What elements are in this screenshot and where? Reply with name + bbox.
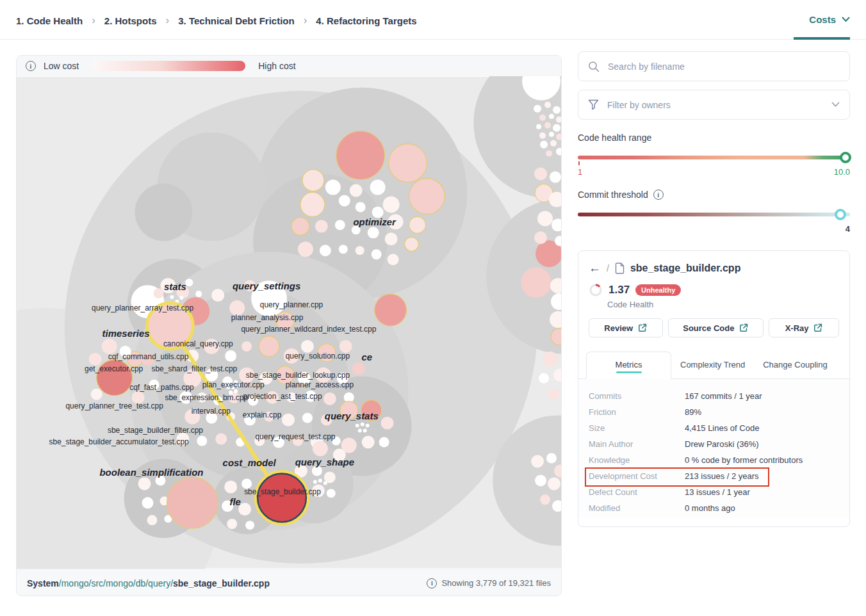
breadcrumb-step-4[interactable]: 4. Refactoring Targets xyxy=(316,15,416,26)
info-icon[interactable]: i xyxy=(26,61,36,71)
file-bubble xyxy=(534,231,547,244)
file-bubble xyxy=(535,474,546,486)
commit-threshold-slider-handle[interactable] xyxy=(835,209,846,220)
breadcrumb-step-2[interactable]: 2. Hotspots xyxy=(104,15,157,26)
file-label: planner_access.cpp xyxy=(286,380,354,389)
file-bubble xyxy=(91,389,102,400)
file-bubble xyxy=(409,216,426,233)
metric-label: Friction xyxy=(589,407,685,417)
search-placeholder: Search by filename xyxy=(608,61,840,72)
file-bubble xyxy=(302,170,324,191)
metric-label: Main Author xyxy=(589,439,685,449)
file-bubble xyxy=(318,478,322,482)
file-bubble xyxy=(358,429,362,433)
file-bubble xyxy=(546,453,557,464)
file-bubble xyxy=(336,131,385,180)
file-bubble xyxy=(405,237,419,251)
file-bubble xyxy=(534,168,547,181)
group-label: boolean_simplification xyxy=(99,467,203,478)
file-bubble xyxy=(388,254,399,265)
file-bubble xyxy=(211,289,224,302)
costs-active-underline xyxy=(794,37,850,40)
commit-threshold-control: Commit threshold i 4 xyxy=(578,190,850,234)
commit-threshold-slider-track[interactable] xyxy=(578,213,850,216)
group-label: stats xyxy=(164,281,186,292)
file-bubble xyxy=(540,494,550,505)
path-system-link[interactable]: System xyxy=(27,578,59,588)
search-filename-input[interactable]: Search by filename xyxy=(578,51,850,81)
info-icon[interactable]: i xyxy=(653,190,664,200)
file-bubble xyxy=(544,122,551,129)
file-label: query_planner_tree_test.cpp xyxy=(65,401,163,410)
tab-complexity-trend[interactable]: Complexity Trend xyxy=(671,352,754,378)
metric-value: Drew Paroski (36%) xyxy=(685,439,759,449)
files-shown-status: i Showing 3,779 of 19,321 files xyxy=(427,578,551,588)
file-icon xyxy=(615,263,625,274)
file-label: get_executor.cpp xyxy=(85,364,143,373)
file-label: sbe_stage_builder_accumulator_test.cpp xyxy=(49,437,189,446)
file-bubble xyxy=(327,489,336,498)
file-bubble xyxy=(225,350,236,362)
cost-legend: i Low cost High cost xyxy=(17,56,561,76)
file-bubble xyxy=(197,436,207,446)
file-bubble xyxy=(409,179,445,215)
files-shown-text: Showing 3,779 of 19,321 files xyxy=(441,578,551,588)
tab-metrics[interactable]: Metrics xyxy=(586,352,671,379)
costs-dropdown[interactable]: Costs xyxy=(809,14,850,25)
file-bubble xyxy=(215,434,227,445)
code-health-slider-handle[interactable] xyxy=(840,152,851,163)
file-bubble xyxy=(362,436,375,449)
file-bubble xyxy=(534,105,541,113)
group-label: timeseries xyxy=(102,328,150,339)
file-bubble xyxy=(170,295,174,299)
review-button[interactable]: Review xyxy=(589,318,663,337)
file-bubble xyxy=(339,245,348,254)
metric-row-size: Size4,415 Lines of Code xyxy=(581,420,847,436)
metric-value: 167 commits / 1 year xyxy=(685,391,762,401)
funnel-icon xyxy=(588,99,599,110)
file-bubble xyxy=(381,417,394,430)
file-bubble xyxy=(259,336,279,357)
file-label: plan_executor.cpp xyxy=(202,380,265,389)
controls-sidebar: Search by filename Filter by owners Code… xyxy=(578,51,850,527)
code-health-slider-track[interactable] xyxy=(578,156,850,159)
file-bubble xyxy=(385,232,398,245)
breadcrumb-step-3[interactable]: 3. Technical Debt Friction xyxy=(178,15,294,26)
search-icon xyxy=(588,61,600,72)
unhealthy-badge: Unhealthy xyxy=(635,284,681,296)
metric-row-defect-count: Defect Count13 issues / 1 year xyxy=(581,484,847,500)
file-bubble xyxy=(325,180,341,195)
code-health-range-control: Code health range 1 10.0 xyxy=(578,133,850,177)
selected-file-path[interactable]: System/mongo/src/mongo/db/query/sbe_stag… xyxy=(27,578,270,588)
bubble-chart-svg[interactable]: optimizerstatsquery_settingstimeseriesce… xyxy=(17,76,561,569)
metric-label: Modified xyxy=(589,503,685,513)
file-bubble xyxy=(300,192,325,216)
back-button[interactable]: ← xyxy=(589,262,601,274)
external-link-icon xyxy=(813,323,822,332)
tab-change-coupling[interactable]: Change Coupling xyxy=(754,352,836,378)
file-bubble xyxy=(323,393,336,405)
path-directories-link[interactable]: /mongo/src/mongo/db/query/ xyxy=(59,578,173,588)
filter-owners-dropdown[interactable]: Filter by owners xyxy=(578,90,850,120)
metric-label: Commits xyxy=(589,391,685,401)
x-ray-button[interactable]: X-Ray xyxy=(769,318,839,337)
commit-threshold-title: Commit threshold xyxy=(578,190,648,200)
file-label: query_planner_wildcard_index_test.cpp xyxy=(241,325,376,334)
chevron-down-icon xyxy=(842,17,850,22)
file-bubble xyxy=(540,141,548,149)
code-health-score: 1.37 xyxy=(609,284,630,296)
info-icon[interactable]: i xyxy=(427,578,437,588)
file-bubble xyxy=(548,389,559,400)
costs-dropdown-label: Costs xyxy=(809,14,836,25)
file-bubble xyxy=(361,423,364,426)
file-bubble xyxy=(298,241,313,257)
circle-packing-chart[interactable]: optimizerstatsquery_settingstimeseriesce… xyxy=(17,76,561,569)
file-label: interval.cpp xyxy=(192,407,231,416)
group-label: query_shape xyxy=(295,457,354,467)
source-code-button[interactable]: Source Code xyxy=(668,318,764,337)
file-label: cqf_fast_paths.cpp xyxy=(129,383,194,392)
breadcrumb-step-1[interactable]: 1. Code Health xyxy=(16,15,83,26)
metric-value: 213 issues / 2 years xyxy=(685,471,759,481)
group-label: ce xyxy=(361,352,372,362)
metric-row-main-author: Main AuthorDrew Paroski (36%) xyxy=(581,436,847,452)
